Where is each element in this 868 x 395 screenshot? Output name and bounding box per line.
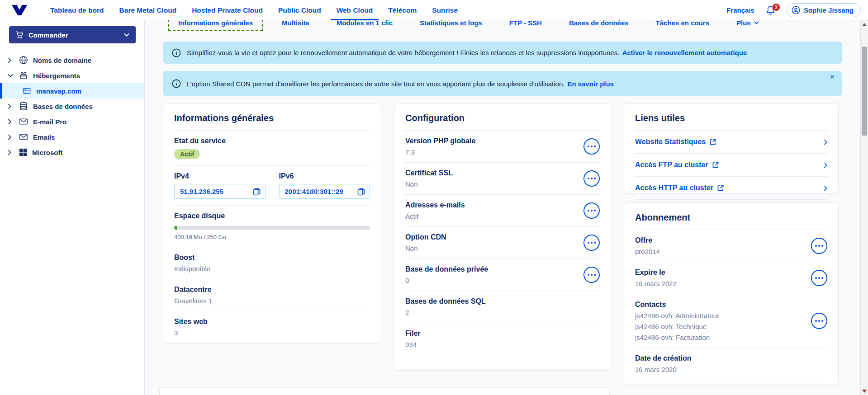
topnav-right: Français 2 Sophie Jissang [726,3,861,17]
external-link-icon [710,139,716,145]
boost-row: Boost Indisponible [174,247,370,279]
main-content: Informations générales Multisite Modules… [145,20,860,395]
ipv6-value-box: 2001:41d0:301::29 [279,184,370,199]
subscription-card: Abonnement Offre pro2014 Expire le 16 ma… [624,202,839,385]
tab-ftp-ssh[interactable]: FTP - SSH [496,20,555,27]
chevron-right-icon [824,162,827,168]
private-database-row: Base de données privée 0 [405,259,600,291]
cdn-option-menu-button[interactable] [583,235,600,251]
info-icon [172,79,181,88]
creation-date-value: 16 mars 2020 [635,366,827,373]
card-title: Liens utiles [635,113,685,123]
link-label: Accès FTP au cluster [635,161,708,169]
user-menu-button[interactable]: Sophie Jissang [787,3,861,17]
sidebar-item-emails[interactable]: Emails [0,129,144,145]
card-title: Configuration [405,113,465,123]
sidebar-item-databases[interactable]: Bases de données [0,99,144,114]
creation-date-label: Date de création [635,354,827,362]
disk-usage-fill [174,226,177,230]
notifications-button[interactable]: 2 [766,5,775,15]
expiry-menu-button[interactable] [811,270,827,286]
microsoft-icon [19,148,27,156]
sidebar-item-domains[interactable]: Noms de domaine [0,52,144,68]
copy-icon[interactable] [253,188,261,196]
tab-plus[interactable]: Plus [723,20,773,27]
tab-plus-label: Plus [736,20,751,27]
filer-row: Filer 934 [405,323,600,355]
info-icon [172,48,181,57]
scrollbar-thumb[interactable] [862,47,867,136]
service-state-label: Etat du service [174,137,370,145]
general-info-card: Informations générales Etat du service A… [163,103,381,343]
datacentre-row: Datacentre Gravelines 1 [174,279,370,311]
sidebar-item-manavap[interactable]: manavap.com [0,83,144,99]
sidebar-item-label: Bases de données [33,103,93,110]
row-value: 2 [405,309,600,316]
nav-item-web-cloud[interactable]: Web Cloud [329,0,381,20]
expiry-row: Expire le 16 mars 2022 [635,262,827,294]
ftp-cluster-access-link[interactable]: Accès FTP au cluster [635,154,827,177]
nav-item-dashboard[interactable]: Tableau de bord [43,0,112,20]
sidebar-item-email-pro[interactable]: E-mail Pro [0,114,144,129]
ovh-logo-icon [10,4,29,16]
contacts-menu-button[interactable] [811,313,827,329]
nav-item-sunrise[interactable]: Sunrise [424,0,465,20]
next-section-card-edge [159,387,610,395]
sidebar-item-label: manavap.com [36,87,81,95]
card-title: Informations générales [174,113,274,123]
renewal-banner: Simplifiez-vous la vie et optez pour le … [163,42,842,64]
envelope-icon [19,132,28,141]
tab-taches-en-cours[interactable]: Tâches en cours [642,20,723,27]
tab-bases-de-donnees[interactable]: Bases de données [555,20,642,27]
vertical-scrollbar[interactable] [860,20,868,395]
scroll-up-arrow-icon[interactable] [862,23,867,26]
ipv4-value: 51.91.236.255 [180,188,223,195]
activate-auto-renewal-link[interactable]: Activer le renouvellement automatique [622,49,747,56]
nav-item-public-cloud[interactable]: Public Cloud [270,0,329,20]
nav-item-bare-metal[interactable]: Bare Metal Cloud [112,0,185,20]
expiry-label: Expire le [635,268,677,277]
top-navigation: Tableau de bord Bare Metal Cloud Hosted … [0,0,868,20]
chevron-down-icon [8,74,14,77]
cart-icon [15,31,24,39]
sidebar-item-label: Hébergements [33,72,80,80]
envelope-icon [19,117,28,126]
sidebar-item-label: Microsoft [32,149,63,156]
sidebar-item-microsoft[interactable]: Microsoft [0,145,144,160]
chevron-right-icon [8,134,14,140]
learn-more-link[interactable]: En savoir plus [567,80,614,88]
chevron-right-icon [824,139,827,145]
banner-text: Simplifiez-vous la vie et optez pour le … [187,49,619,56]
language-selector[interactable]: Français [726,6,754,14]
order-button[interactable]: Commander [9,26,136,43]
offer-value: pro2014 [635,248,660,255]
email-addresses-menu-button[interactable] [583,202,600,219]
disk-space-label: Espace disque [174,212,370,220]
sidebar-item-hosting[interactable]: Hébergements [0,68,144,83]
sidebar: Commander Noms de domaine Hébergements m… [0,20,145,395]
offer-menu-button[interactable] [811,238,827,254]
ssl-certificate-menu-button[interactable] [583,170,600,187]
nav-item-telecom[interactable]: Télécom [380,0,424,20]
scroll-down-arrow-icon[interactable] [862,390,867,393]
tab-modules-1-clic[interactable]: Modules en 1 clic [323,20,406,27]
chevron-down-icon [754,21,759,24]
tab-informations-generales[interactable]: Informations générales [168,20,263,31]
useful-links-card: Liens utiles Website Statistiques Accès … [624,103,839,193]
cdn-option-row: Option CDN Non [405,227,600,259]
website-statistics-link[interactable]: Website Statistiques [635,131,827,154]
nav-item-hosted-private-cloud[interactable]: Hosted Private Cloud [184,0,270,20]
tab-statistiques-logs[interactable]: Statistiques et logs [406,20,496,27]
sidebar-item-label: Emails [33,133,55,141]
php-version-menu-button[interactable] [583,138,600,155]
datacentre-value: Gravelines 1 [174,297,370,305]
private-database-menu-button[interactable] [583,267,600,283]
chevron-right-icon [824,185,827,191]
copy-icon[interactable] [357,188,365,196]
close-icon[interactable]: ✕ [830,74,835,80]
tab-multisite[interactable]: Multisite [268,20,323,27]
offer-label: Offre [635,236,660,245]
hosting-icon [19,71,28,80]
cdn-banner: L’option Shared CDN permet d’améliorer l… [163,71,842,96]
http-cluster-access-link[interactable]: Accès HTTP au cluster [635,177,827,200]
